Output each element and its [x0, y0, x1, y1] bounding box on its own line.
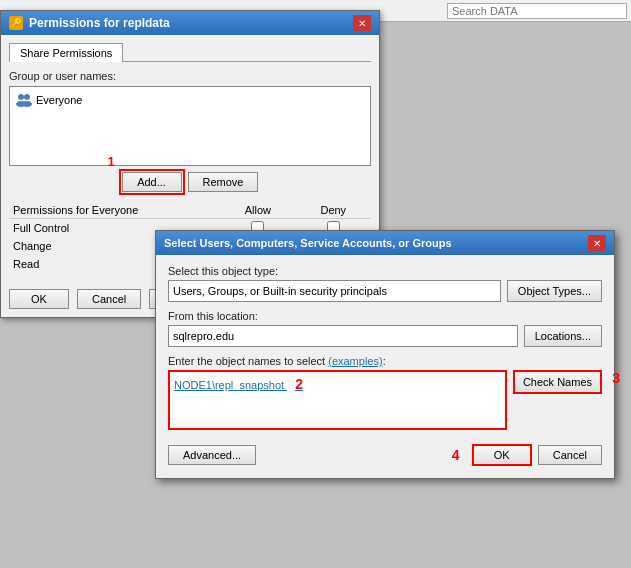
check-names-btn[interactable]: Check Names: [513, 370, 602, 394]
location-row: Locations...: [168, 325, 602, 347]
badge-4: 4: [452, 447, 460, 463]
perm-allow-header: Allow: [220, 202, 295, 219]
browser-search-input[interactable]: [447, 3, 627, 19]
select-footer: Advanced... 4 OK Cancel: [168, 438, 602, 468]
permissions-titlebar: 🔑 Permissions for repldata ✕: [1, 11, 379, 35]
add-btn-wrapper: 1 Add...: [122, 172, 182, 192]
remove-button[interactable]: Remove: [188, 172, 259, 192]
group-label: Group or user names:: [9, 70, 371, 82]
badge-3: 3: [612, 370, 620, 386]
badge-1: 1: [108, 154, 115, 169]
location-input[interactable]: [168, 325, 518, 347]
everyone-list-item[interactable]: Everyone: [14, 91, 366, 109]
select-close-btn[interactable]: ✕: [588, 235, 606, 251]
footer-right: 4 OK Cancel: [472, 444, 602, 466]
permissions-title: Permissions for repldata: [29, 16, 170, 30]
location-label: From this location:: [168, 310, 602, 322]
add-button[interactable]: Add...: [122, 172, 182, 192]
everyone-label: Everyone: [36, 94, 82, 106]
object-type-label: Select this object type:: [168, 265, 602, 277]
badge-2: 2: [295, 376, 303, 392]
object-type-row: Object Types...: [168, 280, 602, 302]
svg-point-1: [24, 94, 30, 100]
names-label: Enter the object names to select (exampl…: [168, 355, 602, 367]
select-cancel-btn[interactable]: Cancel: [538, 445, 602, 465]
ok-btn-wrapper: 4 OK: [472, 444, 532, 466]
advanced-btn[interactable]: Advanced...: [168, 445, 256, 465]
object-type-input[interactable]: [168, 280, 501, 302]
perm-header-label: Permissions for Everyone: [9, 202, 220, 219]
select-title: Select Users, Computers, Service Account…: [164, 237, 452, 249]
cancel-button[interactable]: Cancel: [77, 289, 141, 309]
object-names-value: NODE1\repl_snapshot: [174, 379, 284, 391]
object-types-btn[interactable]: Object Types...: [507, 280, 602, 302]
select-titlebar: Select Users, Computers, Service Account…: [156, 231, 614, 255]
share-permissions-tab[interactable]: Share Permissions: [9, 43, 123, 62]
add-remove-row: 1 Add... Remove: [9, 172, 371, 192]
user-group-icon: [16, 93, 32, 107]
user-list-box: Everyone: [9, 86, 371, 166]
dialog-icon: 🔑: [9, 16, 23, 30]
locations-btn[interactable]: Locations...: [524, 325, 602, 347]
svg-point-0: [18, 94, 24, 100]
titlebar-left: 🔑 Permissions for repldata: [9, 16, 170, 30]
select-users-dialog: Select Users, Computers, Service Account…: [155, 230, 615, 479]
svg-point-3: [22, 101, 32, 107]
select-body: Select this object type: Object Types...…: [156, 255, 614, 478]
ok-button[interactable]: OK: [9, 289, 69, 309]
object-names-section: Enter the object names to select (exampl…: [168, 355, 602, 430]
tab-bar: Share Permissions: [9, 43, 371, 62]
select-ok-btn[interactable]: OK: [472, 444, 532, 466]
examples-link[interactable]: (examples): [328, 355, 382, 367]
object-names-box[interactable]: NODE1\repl_snapshot 2: [168, 370, 507, 430]
permissions-close-btn[interactable]: ✕: [353, 15, 371, 31]
footer-left: Advanced...: [168, 445, 256, 465]
perm-deny-header: Deny: [296, 202, 371, 219]
